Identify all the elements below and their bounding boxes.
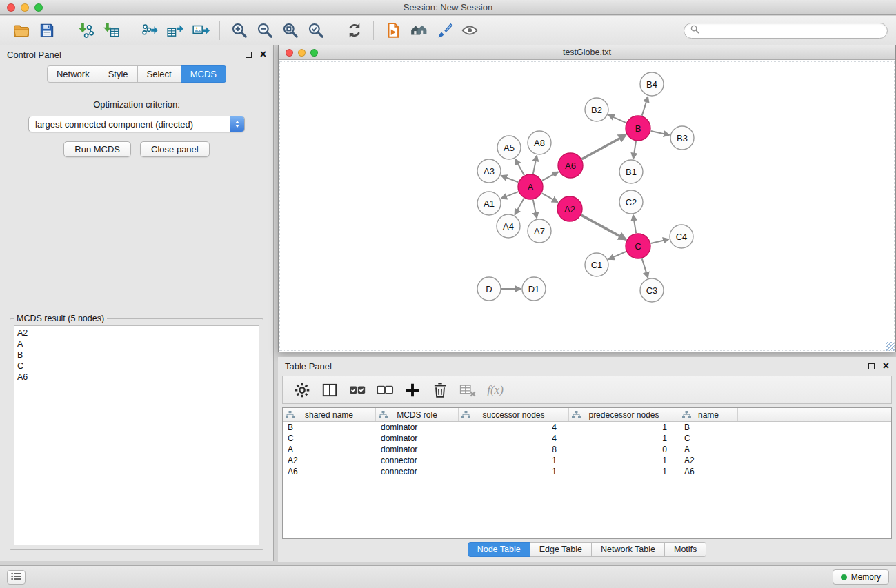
search-input[interactable] xyxy=(704,24,881,37)
graph-node-B4[interactable]: B4 xyxy=(640,72,664,96)
tab-network-table[interactable]: Network Table xyxy=(592,542,665,557)
task-history-button[interactable] xyxy=(7,570,26,585)
graph-node-A8[interactable]: A8 xyxy=(528,131,551,154)
mcds-result-item[interactable]: B xyxy=(17,349,256,361)
graph-edge-A-A2[interactable] xyxy=(542,193,558,202)
graph-edge-B-B3[interactable] xyxy=(651,131,670,135)
close-window-button[interactable] xyxy=(7,3,15,12)
column-header-shared-name[interactable]: shared name xyxy=(283,408,376,421)
float-panel-icon[interactable] xyxy=(246,52,252,58)
graph-edge-B-B4[interactable] xyxy=(642,97,648,116)
export-network-icon[interactable] xyxy=(137,18,162,43)
network-zoom-button[interactable] xyxy=(310,49,318,57)
minimize-window-button[interactable] xyxy=(21,3,29,12)
graph-node-B[interactable]: B xyxy=(626,116,650,141)
graph-edge-A-A7[interactable] xyxy=(533,200,537,219)
graph-edge-C-C3[interactable] xyxy=(642,258,648,278)
close-table-panel-icon[interactable]: × xyxy=(883,362,889,370)
table-settings-icon[interactable] xyxy=(288,378,316,403)
resize-handle-icon[interactable] xyxy=(886,342,895,351)
graph-edge-A2-C[interactable] xyxy=(581,215,626,239)
show-columns-icon[interactable] xyxy=(316,378,344,403)
graph-node-C2[interactable]: C2 xyxy=(619,190,643,214)
graph-edge-A-A4[interactable] xyxy=(515,199,524,215)
memory-button[interactable]: Memory xyxy=(833,569,889,585)
network-minimize-button[interactable] xyxy=(298,49,306,57)
graph-node-A4[interactable]: A4 xyxy=(497,214,520,238)
graph-node-C3[interactable]: C3 xyxy=(640,278,664,302)
graph-node-C4[interactable]: C4 xyxy=(670,225,693,248)
delete-column-icon[interactable] xyxy=(426,378,454,403)
network-window-titlebar[interactable]: testGlobe.txt xyxy=(279,45,895,60)
graph-node-A5[interactable]: A5 xyxy=(497,136,521,159)
network-close-button[interactable] xyxy=(286,49,293,57)
graph-node-B2[interactable]: B2 xyxy=(585,98,608,121)
first-neighbors-icon[interactable] xyxy=(380,18,406,43)
column-header-predecessor-nodes[interactable]: predecessor nodes xyxy=(569,408,679,421)
graph-node-A1[interactable]: A1 xyxy=(477,192,501,215)
graph-edge-C-C4[interactable] xyxy=(651,239,669,243)
mcds-result-item[interactable]: A2 xyxy=(17,327,256,338)
fullscreen-window-button[interactable] xyxy=(34,3,43,12)
export-table-icon[interactable] xyxy=(162,18,188,43)
graph-node-A6[interactable]: A6 xyxy=(558,153,583,178)
select-all-icon[interactable] xyxy=(344,378,371,403)
tab-edge-table[interactable]: Edge Table xyxy=(530,542,592,557)
export-image-icon[interactable] xyxy=(188,18,213,43)
paint-details-icon[interactable] xyxy=(431,18,457,43)
graph-node-B1[interactable]: B1 xyxy=(619,160,643,183)
mcds-result-item[interactable]: C xyxy=(17,361,256,372)
tab-select[interactable]: Select xyxy=(138,65,181,83)
table-row[interactable]: Adominator80A xyxy=(283,444,891,455)
graph-edge-A-A5[interactable] xyxy=(515,159,524,176)
save-session-icon[interactable] xyxy=(34,18,59,43)
table-row[interactable]: Bdominator41B xyxy=(283,422,891,433)
zoom-in-icon[interactable] xyxy=(226,18,252,43)
graph-edge-A-A1[interactable] xyxy=(501,192,519,199)
graph-node-C[interactable]: C xyxy=(626,234,650,258)
mcds-result-list[interactable]: A2ABCA6 xyxy=(14,325,259,545)
graph-edge-B-B1[interactable] xyxy=(633,141,636,159)
deselect-all-icon[interactable] xyxy=(371,378,399,403)
table-row[interactable]: A6connector11A6 xyxy=(283,466,891,477)
tab-motifs[interactable]: Motifs xyxy=(665,542,706,557)
import-network-icon[interactable] xyxy=(72,18,98,43)
graph-node-A2[interactable]: A2 xyxy=(557,196,582,221)
run-mcds-button[interactable]: Run MCDS xyxy=(63,141,131,157)
column-header-successor-nodes[interactable]: successor nodes xyxy=(459,408,569,421)
table-row[interactable]: Cdominator41C xyxy=(283,433,891,444)
network-canvas[interactable]: B4B2BB3A5A8A6B1A3AC2A1A2A4A7C4CC1C3DD1 xyxy=(279,61,895,352)
zoom-fit-icon[interactable] xyxy=(277,18,303,43)
window-titlebar[interactable]: Session: New Session xyxy=(0,0,896,15)
home-icon[interactable] xyxy=(406,18,431,43)
search-box[interactable] xyxy=(684,23,888,39)
graph-edge-A6-B[interactable] xyxy=(582,135,626,159)
table-row[interactable]: A2connector11A2 xyxy=(283,455,891,466)
graph-node-A3[interactable]: A3 xyxy=(477,159,501,183)
graph-node-B3[interactable]: B3 xyxy=(670,126,694,150)
close-panel-icon[interactable]: × xyxy=(260,50,266,59)
column-header-name[interactable]: name xyxy=(679,408,738,421)
add-column-icon[interactable] xyxy=(399,378,426,403)
graph-node-C1[interactable]: C1 xyxy=(585,253,608,276)
graph-edge-A-A3[interactable] xyxy=(501,176,519,182)
float-table-panel-icon[interactable] xyxy=(868,363,875,369)
import-table-icon[interactable] xyxy=(98,18,123,43)
tab-node-table[interactable]: Node Table xyxy=(468,542,530,557)
column-header-MCDS-role[interactable]: MCDS role xyxy=(376,408,459,421)
graph-edge-A-A6[interactable] xyxy=(542,172,559,181)
close-panel-button[interactable]: Close panel xyxy=(140,141,210,157)
graph-node-D1[interactable]: D1 xyxy=(522,277,546,301)
graph-node-D[interactable]: D xyxy=(477,277,501,301)
zoom-out-icon[interactable] xyxy=(252,18,277,43)
open-session-icon[interactable] xyxy=(8,18,34,43)
graph-edge-C-C1[interactable] xyxy=(608,252,626,259)
mcds-result-item[interactable]: A xyxy=(17,338,256,349)
graph-edge-A-A8[interactable] xyxy=(533,156,537,174)
tab-mcds[interactable]: MCDS xyxy=(181,65,226,83)
function-builder-icon[interactable]: f(x) xyxy=(481,378,509,403)
mcds-result-item[interactable]: A6 xyxy=(17,372,256,383)
tab-style[interactable]: Style xyxy=(99,65,138,83)
eye-icon[interactable] xyxy=(457,18,482,43)
graph-node-A7[interactable]: A7 xyxy=(528,219,551,243)
